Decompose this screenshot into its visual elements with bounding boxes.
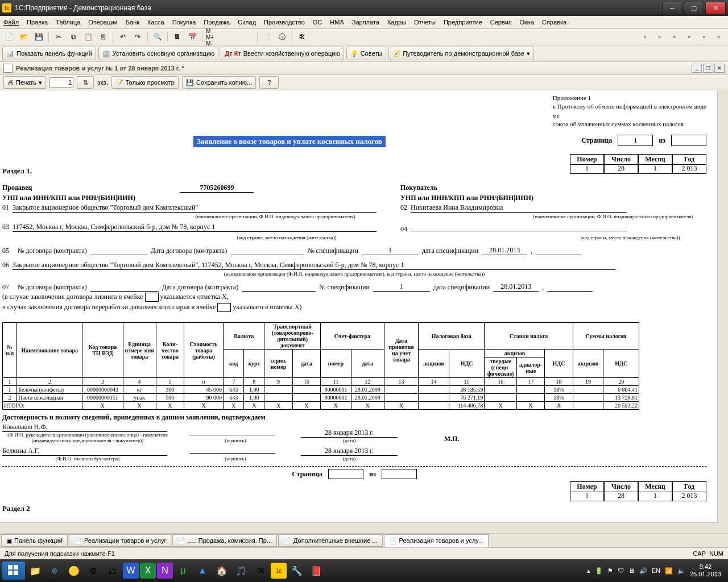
- task-folder-icon[interactable]: 🗂: [104, 562, 122, 580]
- svg-rect-1: [14, 565, 18, 569]
- doc-minimize-button[interactable]: _: [692, 64, 702, 73]
- show-panel-button[interactable]: 📊 Показать панель функций: [2, 47, 96, 60]
- btab-real[interactable]: 📄 Реализации товаров и услуг: [69, 534, 171, 547]
- menu-reports[interactable]: Отчеты: [414, 19, 436, 26]
- redo-icon[interactable]: ↷: [131, 30, 144, 44]
- section-2-heading: Раздел 2: [2, 504, 30, 513]
- btab-doc-active[interactable]: 📄 Реализация товаров и услу...: [384, 534, 489, 547]
- menu-salary[interactable]: Зарплата: [352, 19, 379, 26]
- page-num: 1: [618, 135, 653, 146]
- menu-purchase[interactable]: Покупка: [172, 19, 196, 26]
- ext3-icon[interactable]: ▫: [668, 30, 681, 44]
- menu-production[interactable]: Производство: [264, 19, 305, 26]
- menu-table[interactable]: Таблица: [56, 19, 80, 26]
- task-app1-icon[interactable]: ▲: [193, 562, 212, 580]
- cut-icon[interactable]: ✂: [52, 30, 65, 44]
- menu-service[interactable]: Сервис: [490, 19, 512, 26]
- ext5-icon[interactable]: ▫: [697, 30, 711, 44]
- menu-file[interactable]: Файл: [3, 19, 19, 26]
- window-title: 1С:Предприятие - Демонстрационная база: [15, 4, 661, 12]
- mm-icon[interactable]: M M+ M-: [205, 30, 219, 44]
- task-app4-icon[interactable]: ✉: [251, 562, 270, 580]
- info-icon[interactable]: ⓘ: [275, 30, 289, 44]
- tray-icon[interactable]: ⚑: [607, 567, 613, 575]
- set-org-button[interactable]: 🏢 Установить основную организацию: [98, 47, 219, 60]
- task-app3-icon[interactable]: 🎵: [232, 562, 250, 580]
- tips-button[interactable]: 💡 Советы: [346, 47, 386, 60]
- vertical-scrollbar[interactable]: [717, 90, 728, 523]
- copy-icon[interactable]: ⧉: [67, 30, 80, 44]
- btab-ext[interactable]: 📄 Дополнительные внешние ...: [278, 534, 383, 547]
- menu-sale[interactable]: Продажа: [204, 19, 230, 26]
- close-button[interactable]: ✕: [705, 2, 726, 14]
- copies-label: экз.: [97, 79, 108, 86]
- task-app2-icon[interactable]: 🏠: [213, 562, 231, 580]
- help-icon[interactable]: ❔: [260, 30, 274, 44]
- task-excel-icon[interactable]: X: [140, 563, 156, 579]
- menu-windows[interactable]: Окна: [519, 19, 534, 26]
- tray-icon[interactable]: 🔊: [639, 567, 647, 575]
- menu-edit[interactable]: Правка: [27, 19, 48, 26]
- save-icon[interactable]: 💾: [32, 30, 46, 44]
- ext2-icon[interactable]: ▫: [653, 30, 667, 44]
- maximize-button[interactable]: ▢: [684, 2, 704, 14]
- task-torrent-icon[interactable]: μ: [174, 562, 192, 580]
- save-copy-button[interactable]: 💾 Сохранить копию...: [182, 76, 256, 89]
- task-chrome-icon[interactable]: 🟡: [65, 562, 83, 580]
- menu-enterprise[interactable]: Предприятие: [444, 19, 482, 26]
- find-icon[interactable]: 🔍: [151, 30, 164, 44]
- calendar-icon[interactable]: 📅: [185, 30, 199, 44]
- print-button[interactable]: 🖨 Печать ▾: [3, 76, 46, 89]
- menu-nma[interactable]: НМА: [330, 19, 344, 26]
- menu-hr[interactable]: Кадры: [387, 19, 406, 26]
- task-app6-icon[interactable]: 📕: [307, 562, 325, 580]
- btab-sale[interactable]: 📄 ....: Продажа, комиссия. Пр...: [172, 534, 277, 547]
- menu-bank[interactable]: Банк: [126, 19, 139, 26]
- column-numbers-row: 1234567891011121314151617181920: [3, 378, 639, 386]
- copies-input[interactable]: [49, 77, 73, 88]
- table-row: 1Белочка (конфеты)00000000043кг30045 000…: [3, 386, 639, 394]
- minimize-button[interactable]: ─: [662, 2, 682, 14]
- menu-help[interactable]: Справка: [542, 19, 566, 26]
- tray-icon[interactable]: 🛡: [618, 567, 624, 574]
- view-only-button[interactable]: 📝 Только просмотр: [111, 76, 179, 89]
- compare-icon[interactable]: ⎘: [96, 30, 110, 44]
- ext4-icon[interactable]: ▫: [682, 30, 696, 44]
- copies-stepper[interactable]: ⇅: [77, 76, 94, 89]
- open-icon[interactable]: 📂: [17, 30, 31, 44]
- btab-panel[interactable]: ▣ Панель функций: [1, 534, 68, 547]
- start-button[interactable]: [2, 562, 25, 580]
- ext6-icon[interactable]: ▫: [712, 30, 726, 44]
- task-word-icon[interactable]: W: [123, 563, 139, 579]
- guide-button[interactable]: 🧭 Путеводитель по демонстрационной базе …: [388, 47, 534, 60]
- menu-operations[interactable]: Операции: [88, 19, 117, 26]
- doc-close-button[interactable]: ✕: [714, 64, 725, 73]
- ext1-icon[interactable]: ▫: [638, 30, 652, 44]
- doc-restore-button[interactable]: ❐: [703, 64, 713, 73]
- tray-icon[interactable]: 🖥: [628, 567, 635, 574]
- tray-up-icon[interactable]: ▴: [587, 567, 590, 575]
- doc-help-button[interactable]: ?: [259, 76, 279, 89]
- task-steam-icon[interactable]: ⚙: [84, 562, 102, 580]
- task-app5-icon[interactable]: 🔧: [288, 562, 306, 580]
- page-indicator: Страница 1 из: [581, 135, 706, 146]
- horizontal-scrollbar[interactable]: [0, 522, 718, 533]
- tray-lang[interactable]: EN: [652, 567, 660, 574]
- menu-warehouse[interactable]: Склад: [238, 19, 256, 26]
- tray-clock[interactable]: 9:4225.01.2013: [690, 563, 721, 578]
- task-explorer-icon[interactable]: 📁: [26, 562, 44, 580]
- task-onenote-icon[interactable]: N: [157, 563, 173, 579]
- settings-icon[interactable]: 🛠: [295, 30, 309, 44]
- menu-cash[interactable]: Касса: [147, 19, 164, 26]
- undo-icon[interactable]: ↶: [116, 30, 130, 44]
- task-1c-icon[interactable]: 1c: [271, 563, 287, 579]
- task-ie-icon[interactable]: e: [46, 562, 64, 580]
- tray-volume-icon[interactable]: 🔈: [677, 567, 685, 575]
- menu-os[interactable]: ОС: [313, 19, 322, 26]
- tray-network-icon[interactable]: 📶: [665, 567, 673, 575]
- new-icon[interactable]: 📄: [2, 30, 16, 44]
- enter-op-button[interactable]: Дт Кт Ввести хозяйственную операцию: [221, 47, 344, 60]
- paste-icon[interactable]: 📋: [81, 30, 95, 44]
- calc-icon[interactable]: 🖩: [171, 30, 184, 44]
- tray-icon[interactable]: 🔋: [595, 567, 603, 575]
